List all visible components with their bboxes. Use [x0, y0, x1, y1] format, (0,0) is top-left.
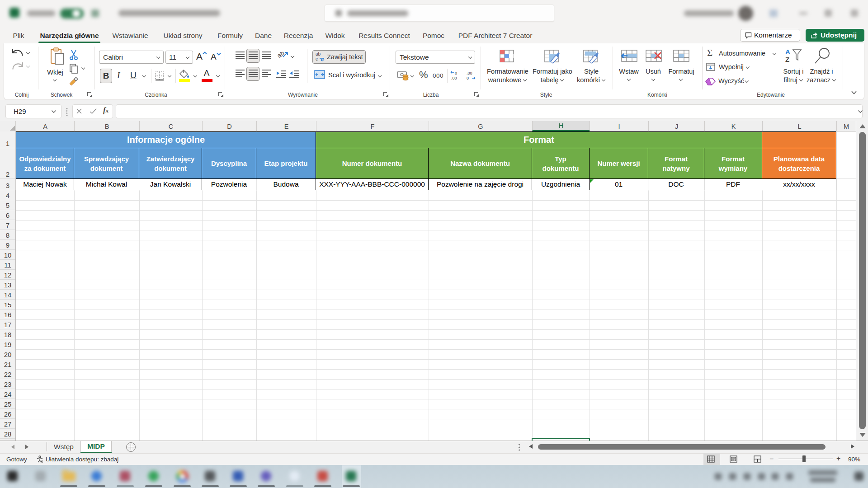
svg-text:0: 0 [467, 76, 469, 80]
svg-text:.00: .00 [467, 71, 472, 75]
svg-text:Z: Z [785, 56, 789, 63]
svg-text:.00: .00 [451, 76, 457, 80]
svg-text:A: A [785, 48, 790, 56]
svg-text:0: 0 [455, 71, 457, 75]
